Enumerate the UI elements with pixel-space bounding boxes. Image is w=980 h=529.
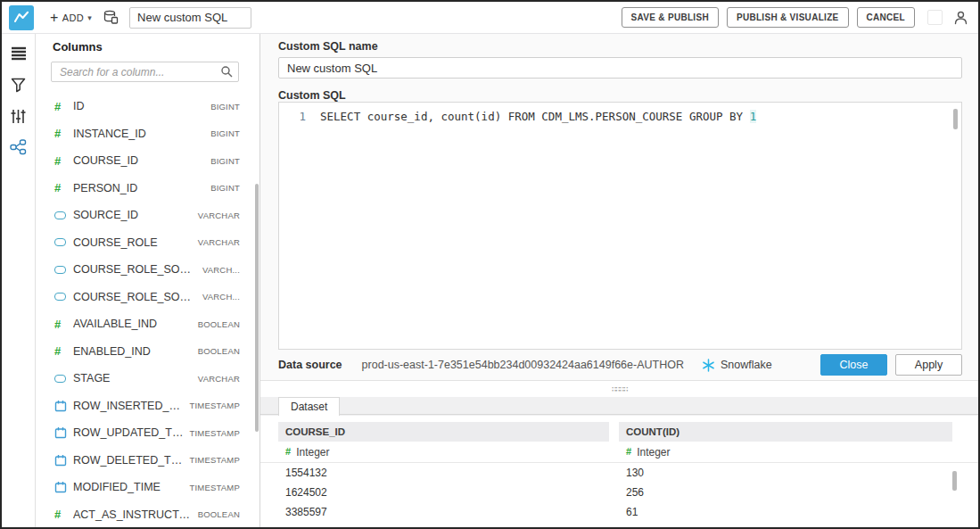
column-row[interactable]: ROW_UPDATED_TIMETIMESTAMP <box>36 419 259 447</box>
numeric-type-icon: # <box>54 155 73 167</box>
grid-cell: 61 <box>619 502 952 522</box>
sql-name-input[interactable] <box>278 57 962 79</box>
column-name: AVAILABLE_IND <box>73 318 198 330</box>
column-row[interactable]: SOURCE_IDVARCHAR <box>36 202 259 229</box>
numeric-type-icon: # <box>54 345 73 357</box>
columns-panel: Columns #IDBIGINT #INSTANCE_IDBIGINT #CO… <box>36 34 260 527</box>
save-and-publish-button[interactable]: SAVE & PUBLISH <box>622 7 719 28</box>
column-name: COURSE_ROLE <box>73 236 198 249</box>
grid-cell: 1624502 <box>278 483 609 502</box>
numeric-type-icon: # <box>54 101 73 112</box>
column-name: INSTANCE_ID <box>73 128 210 140</box>
tab-dataset[interactable]: Dataset <box>278 397 340 416</box>
column-search <box>51 62 239 82</box>
grid-data-row: 3885888 132 <box>260 522 978 527</box>
column-name: PERSON_ID <box>73 182 210 194</box>
publish-and-visualize-button[interactable]: PUBLISH & VISUALIZE <box>727 7 849 28</box>
column-row[interactable]: STAGEVARCHAR <box>36 365 259 393</box>
varchar-type-icon <box>54 266 73 274</box>
column-search-input[interactable] <box>51 62 239 82</box>
numeric-type-icon: # <box>54 508 73 520</box>
column-row[interactable]: COURSE_ROLEVARCHAR <box>36 229 259 257</box>
panel-resize-strip: ∷∷∷∷ <box>260 381 978 397</box>
column-row[interactable]: #COURSE_IDBIGINT <box>36 147 259 175</box>
column-type: TIMESTAMP <box>189 428 240 438</box>
grid-cell: 3885888 <box>278 522 609 527</box>
column-row[interactable]: COURSE_ROLE_SOURCE_D...VARCH... <box>36 284 259 311</box>
column-data-type: Integer <box>296 446 329 459</box>
add-button[interactable]: + ADD ▾ <box>50 11 92 25</box>
timestamp-type-icon <box>54 454 73 467</box>
columns-scrollbar[interactable] <box>255 184 259 432</box>
quicksight-logo-icon[interactable] <box>9 5 34 30</box>
grid-cell: 3385597 <box>278 502 609 522</box>
column-name: COURSE_ROLE_SOURCE_C... <box>73 263 202 276</box>
column-name: ID <box>73 100 210 112</box>
column-row[interactable]: ROW_DELETED_TIMETIMESTAMP <box>36 447 259 475</box>
numeric-type-icon: # <box>54 182 73 194</box>
left-icon-rail <box>2 34 36 527</box>
column-type: BIGINT <box>210 156 240 166</box>
column-row[interactable]: MODIFIED_TIMETIMESTAMP <box>36 474 259 501</box>
grid-header-row: COURSE_ID COUNT(ID) <box>260 422 978 442</box>
sql-name-label: Custom SQL name <box>278 40 378 53</box>
sql-code: SELECT course_id, count(id) FROM CDM_LMS… <box>320 110 756 124</box>
preview-scrollbar[interactable] <box>952 471 957 491</box>
column-type: VARCHAR <box>198 374 240 384</box>
chevron-down-icon: ▾ <box>87 13 92 22</box>
schema-join-icon[interactable] <box>8 136 29 158</box>
sql-editor[interactable]: 1 SELECT course_id, count(id) FROM CDM_L… <box>278 102 962 350</box>
sql-highlight-token: 1 <box>750 110 757 123</box>
column-type: BIGINT <box>210 183 240 193</box>
dataset-name-input[interactable] <box>129 7 251 29</box>
column-row[interactable]: #PERSON_IDBIGINT <box>36 175 259 203</box>
column-row[interactable]: #ENABLED_INDBOOLEAN <box>36 338 259 366</box>
column-type: TIMESTAMP <box>189 483 240 492</box>
column-name: COURSE_ROLE_SOURCE_D... <box>73 291 202 303</box>
fields-list-icon[interactable] <box>8 43 29 64</box>
timestamp-type-icon <box>54 426 73 439</box>
column-row[interactable]: COURSE_ROLE_SOURCE_C...VARCH... <box>36 256 259 284</box>
grid-type-row: #Integer #Integer <box>260 442 978 463</box>
main-area: Custom SQL name Custom SQL 1 SELECT cour… <box>260 34 978 527</box>
drag-handle[interactable]: ∷∷∷∷ <box>612 385 628 393</box>
parameters-sliders-icon[interactable] <box>8 105 29 127</box>
column-type: BIGINT <box>210 102 240 112</box>
column-name: ROW_DELETED_TIME <box>73 454 189 467</box>
sql-code-line: 1 SELECT course_id, count(id) FROM CDM_L… <box>279 103 961 124</box>
filter-icon[interactable] <box>8 74 29 95</box>
numeric-type-icon: # <box>54 128 73 139</box>
column-type: VARCH... <box>202 292 240 302</box>
column-row[interactable]: ROW_INSERTED_TIMETIMESTAMP <box>36 393 259 420</box>
editor-scrollbar[interactable] <box>953 109 958 129</box>
column-name: ROW_UPDATED_TIME <box>73 426 189 439</box>
varchar-type-icon <box>54 238 73 246</box>
user-icon[interactable] <box>954 11 968 25</box>
column-type: BOOLEAN <box>198 346 240 356</box>
grid-data-row: 3385597 61 <box>260 502 978 522</box>
engine-name: Snowflake <box>721 359 772 371</box>
column-row[interactable]: #ACT_AS_INSTRUCTOR_INDBOOLEAN <box>36 501 259 528</box>
app-window: + ADD ▾ SAVE & PUBLISH PUBLISH & VISUALI… <box>0 0 980 529</box>
column-name: COURSE_ID <box>73 154 210 167</box>
column-row[interactable]: #AVAILABLE_INDBOOLEAN <box>36 310 259 338</box>
datasource-label: Data source <box>278 359 342 371</box>
close-button[interactable]: Close <box>820 354 887 376</box>
sql-label: Custom SQL <box>278 89 346 102</box>
column-row[interactable]: #IDBIGINT <box>36 93 259 120</box>
datasource-value: prod-us-east-1-7e351e54bb234d00932424aa6… <box>362 359 684 371</box>
column-type: TIMESTAMP <box>189 401 240 410</box>
column-row[interactable]: #INSTANCE_IDBIGINT <box>36 120 259 148</box>
apply-button[interactable]: Apply <box>895 354 962 376</box>
column-type: BIGINT <box>210 128 240 138</box>
top-toolbar: + ADD ▾ SAVE & PUBLISH PUBLISH & VISUALI… <box>2 2 978 34</box>
grid-data-row: 1554132 130 <box>260 463 978 483</box>
grid-header-cell[interactable]: COURSE_ID <box>278 422 609 442</box>
columns-panel-title: Columns <box>53 40 259 54</box>
grid-cell: 1554132 <box>278 463 609 483</box>
datasets-icon[interactable] <box>103 10 119 25</box>
timestamp-type-icon <box>54 400 73 412</box>
cancel-button[interactable]: CANCEL <box>857 7 915 28</box>
grid-header-cell[interactable]: COUNT(ID) <box>619 422 952 442</box>
preview-tabbar: Dataset <box>260 397 978 415</box>
